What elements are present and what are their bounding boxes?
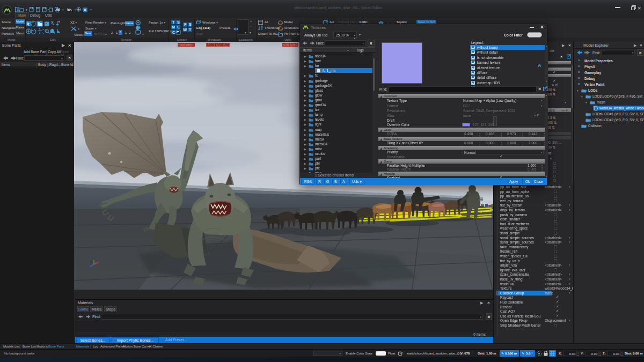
svg-text:T: T bbox=[189, 27, 192, 32]
svg-text:S: S bbox=[189, 22, 192, 27]
svg-text:bad smp:: bad smp: bbox=[179, 43, 193, 47]
svg-text:W: W bbox=[183, 27, 187, 32]
svg-text:C: C bbox=[172, 30, 175, 35]
svg-text:S: S bbox=[177, 20, 180, 25]
svg-text:146617/98196: 146617/98196 bbox=[207, 43, 229, 47]
svg-text:M: M bbox=[172, 25, 175, 29]
svg-text:L: L bbox=[177, 25, 180, 29]
svg-text:T: T bbox=[172, 20, 175, 25]
svg-text:F: F bbox=[184, 22, 187, 27]
svg-text:v16 fp5:1: v16 fp5:1 bbox=[283, 43, 298, 47]
